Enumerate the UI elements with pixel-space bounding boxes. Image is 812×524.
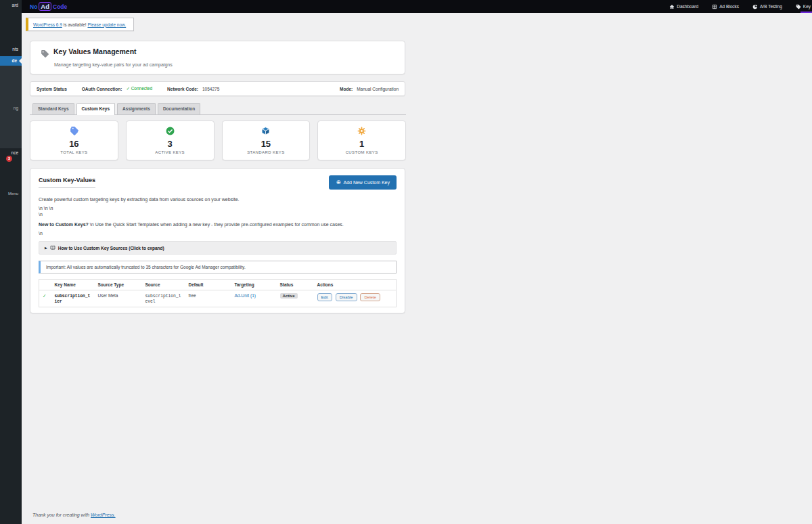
adminbar-item-label: Dashboard (677, 4, 698, 9)
status-bar-title: System Status (37, 87, 67, 91)
status-badge: Active (280, 293, 298, 299)
edit-button[interactable]: Edit (317, 293, 332, 301)
logo-text-code: Code (53, 3, 67, 10)
stat-card-custom-keys: 1 CUSTOM KEYS (317, 121, 406, 160)
disable-button[interactable]: Disable (336, 293, 357, 301)
system-status-bar: System Status OAuth Connection: ✓ Connec… (30, 81, 405, 96)
stat-custom-keys-value: 1 (318, 139, 405, 149)
admin-footer: Thank you for creating with WordPress. (32, 512, 116, 517)
book-icon (50, 245, 55, 250)
grid-icon (712, 4, 717, 9)
page-subtitle: Manage targeting key-value pairs for you… (54, 62, 173, 67)
stat-card-active-keys: 3 ACTIVE KEYS (126, 121, 215, 160)
newline-artifact-2: \n (39, 212, 397, 217)
targeting-link[interactable]: Ad-Unit (1) (235, 293, 256, 298)
tip-bold: New to Custom Keys? (39, 222, 89, 227)
footer-text: Thank you for creating with (32, 512, 91, 517)
wordpress-update-notice: WordPress 6.9 is available! Please updat… (26, 18, 134, 31)
adminbar-item-ab-testing[interactable]: A/B Testing (752, 4, 782, 9)
sidebar-subitem-fragment[interactable]: ng (14, 106, 18, 110)
cell-key-name: subscription_tier (55, 294, 91, 304)
admin-bar: No Ad Code Dashboard Ad Blocks A/B Testi… (22, 0, 812, 13)
expander-label: How to Use Custom Key Sources (Click to … (58, 246, 164, 250)
cell-default: free (189, 293, 196, 298)
stat-total-keys-label: TOTAL KEYS (30, 150, 118, 154)
col-key-name: Key Name (51, 280, 95, 290)
adminbar-menu: Dashboard Ad Blocks A/B Testing Key (669, 0, 811, 13)
tip-rest: \n Use the Quick Start Templates when ad… (89, 222, 344, 227)
active-check-icon: ✓ (43, 293, 46, 298)
mode-value: Manual Configuration (357, 87, 399, 91)
stat-total-keys-value: 16 (30, 139, 118, 149)
logo-text-ad: Ad (39, 2, 51, 11)
col-source-type: Source Type (95, 280, 142, 290)
oauth-status-value: ✓ Connected (126, 86, 152, 91)
active-menu-arrow-icon (19, 58, 22, 64)
custom-key-values-panel: Custom Key-Values ⊕ Add New Custom Key C… (30, 168, 405, 313)
stats-row: 16 TOTAL KEYS 3 ACTIVE KEYS 15 STANDARD … (30, 121, 406, 160)
sidebar-item-appearance-fragment[interactable]: nce (12, 150, 18, 155)
logo-text-no: No (30, 3, 37, 10)
check-circle-icon (166, 127, 175, 135)
delete-button[interactable]: Delete (360, 293, 380, 301)
sidebar-item-dashboard-fragment[interactable]: ard (12, 3, 18, 7)
adminbar-item-ad-blocks[interactable]: Ad Blocks (712, 4, 739, 9)
how-to-expander[interactable]: ▶ How to Use Custom Key Sources (Click t… (39, 241, 397, 255)
col-source: Source (142, 280, 185, 290)
sidebar-item-comments-fragment[interactable]: nts (12, 47, 18, 51)
admin-sidebar: ard nts de ng nce 3 Menu (0, 0, 22, 524)
tab-documentation[interactable]: Documentation (158, 103, 200, 114)
col-targeting: Targeting (231, 280, 277, 290)
add-new-custom-key-button[interactable]: ⊕ Add New Custom Key (329, 175, 397, 190)
sidebar-submenu: ng (0, 66, 22, 148)
stat-active-keys-value: 3 (127, 139, 214, 149)
network-code-label: Network Code: (167, 87, 198, 91)
panel-title: Custom Key-Values (39, 177, 95, 188)
page-header-card: Key Values Management Manage targeting k… (30, 41, 405, 74)
adminbar-item-label: Key (803, 4, 811, 9)
newline-artifact-1: \n \n \n (39, 206, 397, 211)
col-actions: Actions (314, 280, 397, 290)
stat-standard-keys-value: 15 (223, 139, 310, 149)
tab-assignments[interactable]: Assignments (117, 103, 156, 114)
wordpress-version-link[interactable]: WordPress 6.9 (33, 22, 62, 27)
oauth-label: OAuth Connection: (82, 87, 122, 91)
plus-circle-icon: ⊕ (336, 179, 340, 185)
col-default: Default (185, 280, 231, 290)
tags-icon (69, 127, 79, 135)
cell-source-type: User Meta (98, 293, 118, 298)
sidebar-update-badge: 3 (6, 156, 12, 162)
tip-text: New to Custom Keys? \n Use the Quick Sta… (39, 222, 397, 227)
newline-artifact-3: \n (39, 231, 397, 236)
tab-bar: Standard Keys Custom Keys Assignments Do… (30, 103, 406, 115)
gear-icon (357, 127, 366, 135)
active-adminbar-indicator (800, 12, 812, 13)
notice-text: is available! (62, 22, 88, 27)
tag-icon (796, 4, 801, 9)
plugin-logo[interactable]: No Ad Code (30, 2, 67, 11)
stat-card-standard-keys: 15 STANDARD KEYS (222, 121, 311, 160)
adminbar-item-dashboard[interactable]: Dashboard (669, 4, 698, 9)
adminbar-item-label: Ad Blocks (719, 4, 739, 9)
cell-source: subscription_level (145, 294, 181, 304)
cube-icon (261, 127, 270, 135)
table-row: ✓ subscription_tier User Meta subscripti… (39, 290, 397, 307)
adminbar-item-key-values[interactable]: Key (796, 4, 811, 9)
adminbar-item-label: A/B Testing (760, 4, 782, 9)
tab-custom-keys[interactable]: Custom Keys (76, 103, 116, 115)
sidebar-item-active-plugin[interactable]: de (0, 56, 22, 66)
wordpress-footer-link[interactable]: WordPress. (91, 512, 116, 517)
home-icon (669, 4, 675, 9)
add-button-label: Add New Custom Key (344, 180, 390, 185)
table-header-row: Key Name Source Type Source Default Targ… (39, 280, 397, 290)
stat-card-total-keys: 16 TOTAL KEYS (30, 121, 118, 160)
custom-keys-table: Key Name Source Type Source Default Targ… (39, 279, 397, 307)
panel-intro-text: Create powerful custom targeting keys by… (39, 197, 397, 202)
page-title: Key Values Management (53, 47, 137, 56)
stat-custom-keys-label: CUSTOM KEYS (318, 150, 405, 154)
sidebar-collapse-menu[interactable]: Menu (8, 192, 18, 196)
update-now-link[interactable]: Please update now. (87, 22, 126, 27)
stat-standard-keys-label: STANDARD KEYS (223, 150, 310, 154)
tab-standard-keys[interactable]: Standard Keys (32, 103, 74, 114)
network-code-value: 1054275 (202, 87, 219, 91)
